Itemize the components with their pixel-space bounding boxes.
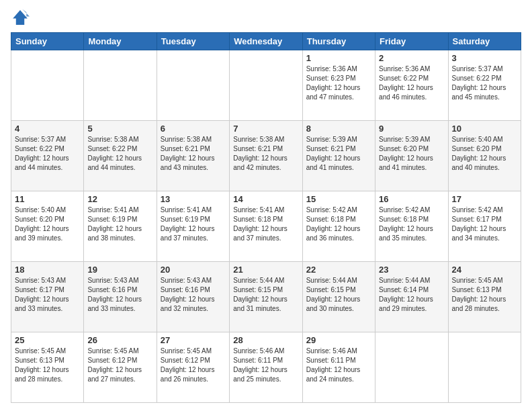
day-number: 16 bbox=[379, 194, 444, 204]
day-number: 1 bbox=[306, 53, 371, 63]
calendar-cell: 11Sunrise: 5:40 AM Sunset: 6:20 PM Dayli… bbox=[11, 191, 84, 262]
day-number: 4 bbox=[15, 124, 80, 134]
calendar-cell: 25Sunrise: 5:45 AM Sunset: 6:13 PM Dayli… bbox=[11, 332, 84, 403]
day-info: Sunrise: 5:44 AM Sunset: 6:15 PM Dayligh… bbox=[233, 276, 298, 314]
day-info: Sunrise: 5:40 AM Sunset: 6:20 PM Dayligh… bbox=[15, 205, 80, 243]
day-info: Sunrise: 5:37 AM Sunset: 6:22 PM Dayligh… bbox=[15, 135, 80, 173]
day-info: Sunrise: 5:41 AM Sunset: 6:19 PM Dayligh… bbox=[87, 205, 152, 243]
calendar-week-row: 1Sunrise: 5:36 AM Sunset: 6:23 PM Daylig… bbox=[11, 50, 521, 121]
day-info: Sunrise: 5:43 AM Sunset: 6:17 PM Dayligh… bbox=[15, 276, 80, 314]
day-info: Sunrise: 5:42 AM Sunset: 6:17 PM Dayligh… bbox=[452, 205, 517, 243]
calendar-cell: 29Sunrise: 5:46 AM Sunset: 6:11 PM Dayli… bbox=[302, 332, 375, 403]
calendar-week-row: 18Sunrise: 5:43 AM Sunset: 6:17 PM Dayli… bbox=[11, 262, 521, 332]
calendar-cell: 28Sunrise: 5:46 AM Sunset: 6:11 PM Dayli… bbox=[230, 332, 302, 403]
day-info: Sunrise: 5:41 AM Sunset: 6:18 PM Dayligh… bbox=[233, 205, 298, 243]
day-info: Sunrise: 5:46 AM Sunset: 6:11 PM Dayligh… bbox=[306, 347, 371, 384]
day-info: Sunrise: 5:36 AM Sunset: 6:22 PM Dayligh… bbox=[379, 64, 444, 102]
calendar-cell: 8Sunrise: 5:39 AM Sunset: 6:21 PM Daylig… bbox=[302, 121, 375, 191]
header bbox=[11, 8, 521, 27]
day-info: Sunrise: 5:46 AM Sunset: 6:11 PM Dayligh… bbox=[233, 347, 298, 384]
calendar-week-row: 25Sunrise: 5:45 AM Sunset: 6:13 PM Dayli… bbox=[11, 332, 521, 403]
calendar-cell: 3Sunrise: 5:37 AM Sunset: 6:22 PM Daylig… bbox=[448, 50, 521, 121]
calendar-cell: 5Sunrise: 5:38 AM Sunset: 6:22 PM Daylig… bbox=[84, 121, 157, 191]
day-info: Sunrise: 5:39 AM Sunset: 6:21 PM Dayligh… bbox=[306, 135, 371, 173]
calendar-cell: 13Sunrise: 5:41 AM Sunset: 6:19 PM Dayli… bbox=[157, 191, 229, 262]
day-info: Sunrise: 5:43 AM Sunset: 6:16 PM Dayligh… bbox=[87, 276, 152, 314]
day-number: 3 bbox=[452, 53, 517, 63]
day-number: 5 bbox=[87, 124, 152, 134]
calendar-cell bbox=[11, 50, 84, 121]
day-info: Sunrise: 5:42 AM Sunset: 6:18 PM Dayligh… bbox=[306, 205, 371, 243]
day-number: 27 bbox=[161, 335, 226, 345]
day-info: Sunrise: 5:39 AM Sunset: 6:20 PM Dayligh… bbox=[379, 135, 444, 173]
calendar-header-row: SundayMondayTuesdayWednesdayThursdayFrid… bbox=[11, 33, 521, 50]
day-number: 18 bbox=[15, 265, 80, 275]
calendar-day-header: Friday bbox=[375, 33, 448, 50]
calendar-cell: 16Sunrise: 5:42 AM Sunset: 6:18 PM Dayli… bbox=[375, 191, 448, 262]
day-number: 15 bbox=[306, 194, 371, 204]
calendar-cell: 4Sunrise: 5:37 AM Sunset: 6:22 PM Daylig… bbox=[11, 121, 84, 191]
calendar-cell: 12Sunrise: 5:41 AM Sunset: 6:19 PM Dayli… bbox=[84, 191, 157, 262]
day-number: 13 bbox=[161, 194, 226, 204]
calendar-cell: 17Sunrise: 5:42 AM Sunset: 6:17 PM Dayli… bbox=[448, 191, 521, 262]
calendar-cell: 7Sunrise: 5:38 AM Sunset: 6:21 PM Daylig… bbox=[230, 121, 302, 191]
calendar-cell: 15Sunrise: 5:42 AM Sunset: 6:18 PM Dayli… bbox=[302, 191, 375, 262]
day-number: 23 bbox=[379, 265, 444, 275]
day-info: Sunrise: 5:40 AM Sunset: 6:20 PM Dayligh… bbox=[452, 135, 517, 173]
day-number: 12 bbox=[87, 194, 152, 204]
calendar-day-header: Tuesday bbox=[157, 33, 229, 50]
day-number: 21 bbox=[233, 265, 298, 275]
calendar-day-header: Sunday bbox=[11, 33, 84, 50]
day-info: Sunrise: 5:45 AM Sunset: 6:12 PM Dayligh… bbox=[87, 347, 152, 384]
calendar-cell bbox=[84, 50, 157, 121]
calendar-cell: 6Sunrise: 5:38 AM Sunset: 6:21 PM Daylig… bbox=[157, 121, 229, 191]
calendar-cell: 1Sunrise: 5:36 AM Sunset: 6:23 PM Daylig… bbox=[302, 50, 375, 121]
calendar-cell: 18Sunrise: 5:43 AM Sunset: 6:17 PM Dayli… bbox=[11, 262, 84, 332]
logo-icon bbox=[11, 8, 30, 27]
day-number: 20 bbox=[161, 265, 226, 275]
calendar-day-header: Monday bbox=[84, 33, 157, 50]
calendar-cell: 23Sunrise: 5:44 AM Sunset: 6:14 PM Dayli… bbox=[375, 262, 448, 332]
day-number: 28 bbox=[233, 335, 298, 345]
day-info: Sunrise: 5:45 AM Sunset: 6:12 PM Dayligh… bbox=[161, 347, 226, 384]
calendar-cell bbox=[448, 332, 521, 403]
calendar-cell: 9Sunrise: 5:39 AM Sunset: 6:20 PM Daylig… bbox=[375, 121, 448, 191]
day-number: 17 bbox=[452, 194, 517, 204]
calendar-cell bbox=[157, 50, 229, 121]
day-number: 14 bbox=[233, 194, 298, 204]
day-number: 7 bbox=[233, 124, 298, 134]
calendar-cell: 24Sunrise: 5:45 AM Sunset: 6:13 PM Dayli… bbox=[448, 262, 521, 332]
day-info: Sunrise: 5:44 AM Sunset: 6:15 PM Dayligh… bbox=[306, 276, 371, 314]
calendar-cell bbox=[230, 50, 302, 121]
calendar-cell: 22Sunrise: 5:44 AM Sunset: 6:15 PM Dayli… bbox=[302, 262, 375, 332]
day-number: 26 bbox=[87, 335, 152, 345]
day-number: 29 bbox=[306, 335, 371, 345]
day-number: 25 bbox=[15, 335, 80, 345]
calendar-table: SundayMondayTuesdayWednesdayThursdayFrid… bbox=[11, 32, 521, 403]
calendar-day-header: Saturday bbox=[448, 33, 521, 50]
day-info: Sunrise: 5:44 AM Sunset: 6:14 PM Dayligh… bbox=[379, 276, 444, 314]
day-info: Sunrise: 5:42 AM Sunset: 6:18 PM Dayligh… bbox=[379, 205, 444, 243]
calendar-cell: 21Sunrise: 5:44 AM Sunset: 6:15 PM Dayli… bbox=[230, 262, 302, 332]
logo bbox=[11, 8, 32, 27]
svg-marker-0 bbox=[13, 10, 28, 25]
calendar-cell: 26Sunrise: 5:45 AM Sunset: 6:12 PM Dayli… bbox=[84, 332, 157, 403]
calendar-cell bbox=[375, 332, 448, 403]
calendar-cell: 10Sunrise: 5:40 AM Sunset: 6:20 PM Dayli… bbox=[448, 121, 521, 191]
calendar-cell: 20Sunrise: 5:43 AM Sunset: 6:16 PM Dayli… bbox=[157, 262, 229, 332]
day-info: Sunrise: 5:45 AM Sunset: 6:13 PM Dayligh… bbox=[15, 347, 80, 384]
calendar-page: SundayMondayTuesdayWednesdayThursdayFrid… bbox=[0, 0, 532, 411]
day-number: 24 bbox=[452, 265, 517, 275]
day-number: 10 bbox=[452, 124, 517, 134]
day-info: Sunrise: 5:38 AM Sunset: 6:21 PM Dayligh… bbox=[233, 135, 298, 173]
calendar-cell: 14Sunrise: 5:41 AM Sunset: 6:18 PM Dayli… bbox=[230, 191, 302, 262]
day-info: Sunrise: 5:41 AM Sunset: 6:19 PM Dayligh… bbox=[161, 205, 226, 243]
day-info: Sunrise: 5:43 AM Sunset: 6:16 PM Dayligh… bbox=[161, 276, 226, 314]
day-number: 8 bbox=[306, 124, 371, 134]
calendar-cell: 19Sunrise: 5:43 AM Sunset: 6:16 PM Dayli… bbox=[84, 262, 157, 332]
day-info: Sunrise: 5:38 AM Sunset: 6:22 PM Dayligh… bbox=[87, 135, 152, 173]
calendar-week-row: 4Sunrise: 5:37 AM Sunset: 6:22 PM Daylig… bbox=[11, 121, 521, 191]
day-info: Sunrise: 5:37 AM Sunset: 6:22 PM Dayligh… bbox=[452, 64, 517, 102]
calendar-cell: 27Sunrise: 5:45 AM Sunset: 6:12 PM Dayli… bbox=[157, 332, 229, 403]
calendar-day-header: Wednesday bbox=[230, 33, 302, 50]
